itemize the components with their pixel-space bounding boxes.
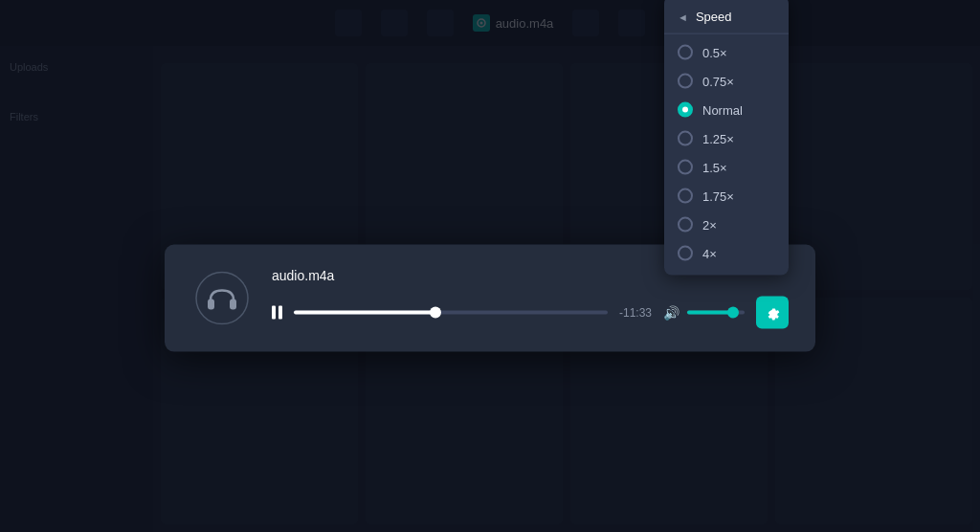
pause-icon bbox=[272, 306, 282, 320]
speed-option-0[interactable]: 0.5× bbox=[664, 38, 789, 67]
time-display: -11:33 bbox=[619, 306, 652, 320]
progress-container bbox=[294, 311, 608, 315]
volume-controls: 🔊 bbox=[663, 305, 745, 321]
volume-track[interactable] bbox=[687, 311, 745, 315]
speed-title: Speed bbox=[696, 10, 732, 24]
radio-5 bbox=[678, 217, 693, 233]
audio-player: audio.m4a bbox=[165, 245, 815, 352]
player-row: audio.m4a bbox=[191, 268, 789, 329]
speed-label-4: 1.75× bbox=[702, 188, 734, 203]
volume-fill bbox=[687, 311, 733, 315]
speed-dropdown: ◄ Speed 0.5× 0.75× Normal 1.25× 1.5× 1. bbox=[664, 0, 789, 276]
speed-option-4[interactable]: 1.75× bbox=[664, 182, 789, 211]
speed-back-arrow[interactable]: ◄ bbox=[678, 11, 688, 22]
progress-fill bbox=[294, 311, 435, 315]
speed-label-1: 0.75× bbox=[702, 74, 734, 88]
radio-4 bbox=[678, 188, 693, 204]
speed-option-5[interactable]: 2× bbox=[664, 211, 789, 239]
speed-option-1[interactable]: 0.75× bbox=[664, 67, 789, 96]
player-info: audio.m4a bbox=[272, 268, 789, 329]
speed-label-2: 1.25× bbox=[702, 131, 734, 145]
settings-button[interactable] bbox=[756, 297, 789, 329]
speed-option-2[interactable]: 1.25× bbox=[664, 124, 789, 153]
radio-normal bbox=[678, 102, 693, 118]
speed-label-3: 1.5× bbox=[702, 160, 727, 174]
speed-label-6: 4× bbox=[702, 246, 717, 260]
progress-track[interactable] bbox=[294, 311, 608, 315]
pause-button[interactable] bbox=[272, 306, 282, 320]
volume-icon: 🔊 bbox=[663, 305, 679, 321]
speed-label-5: 2× bbox=[702, 217, 717, 232]
headphone-icon bbox=[191, 268, 253, 329]
speed-option-6[interactable]: 4× bbox=[664, 239, 789, 268]
volume-thumb bbox=[727, 307, 739, 319]
radio-0 bbox=[678, 45, 693, 60]
radio-1 bbox=[678, 74, 693, 89]
radio-3 bbox=[678, 160, 693, 175]
speed-header: ◄ Speed bbox=[664, 4, 789, 34]
svg-point-2 bbox=[196, 273, 248, 324]
player-controls: -11:33 🔊 bbox=[272, 297, 789, 329]
speed-label-0: 0.5× bbox=[702, 45, 727, 59]
speed-label-normal: Normal bbox=[702, 102, 743, 117]
radio-6 bbox=[678, 246, 693, 261]
gear-icon bbox=[764, 304, 781, 321]
speed-option-3[interactable]: 1.5× bbox=[664, 153, 789, 182]
svg-rect-3 bbox=[208, 299, 214, 310]
radio-2 bbox=[678, 131, 693, 146]
svg-rect-4 bbox=[230, 299, 236, 310]
progress-thumb bbox=[430, 307, 441, 319]
speed-option-normal[interactable]: Normal bbox=[664, 96, 789, 124]
radio-inner-normal bbox=[682, 107, 688, 113]
pause-bar-right bbox=[278, 306, 282, 320]
pause-bar-left bbox=[272, 306, 276, 320]
